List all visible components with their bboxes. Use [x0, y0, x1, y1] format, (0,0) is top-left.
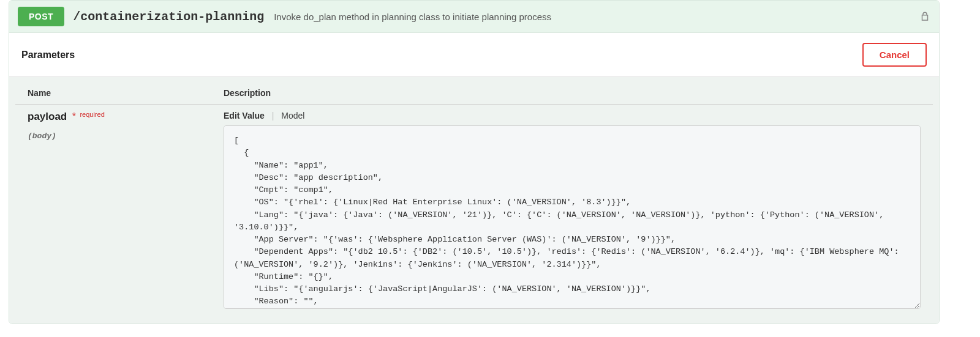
tab-separator: |	[272, 111, 274, 120]
operation-header[interactable]: POST /containerization-planning Invoke d…	[9, 1, 939, 33]
value-tabs: Edit Value | Model	[224, 111, 921, 120]
endpoint-summary: Invoke do_plan method in planning class …	[274, 12, 913, 22]
parameter-row: payload * required (body) Edit Value | M…	[15, 105, 933, 324]
parameters-table-header: Name Description	[15, 77, 933, 105]
parameters-title: Parameters	[21, 50, 75, 61]
parameter-name-cell: payload * required (body)	[28, 111, 224, 311]
parameters-section: Name Description payload * required (bod…	[9, 77, 939, 324]
lock-icon[interactable]	[919, 11, 930, 22]
column-header-description: Description	[224, 88, 921, 98]
http-method-badge: POST	[18, 7, 64, 26]
parameter-name: payload	[28, 111, 67, 122]
parameter-location: (body)	[28, 131, 224, 141]
payload-body-textarea[interactable]	[224, 125, 921, 309]
required-star-icon: *	[72, 111, 76, 122]
column-header-name: Name	[28, 88, 224, 98]
endpoint-path: /containerization-planning	[73, 10, 264, 24]
cancel-button[interactable]: Cancel	[862, 43, 927, 67]
tab-model[interactable]: Model	[281, 111, 304, 120]
operation-block: POST /containerization-planning Invoke d…	[9, 0, 940, 324]
parameter-description-cell: Edit Value | Model	[224, 111, 921, 311]
tab-edit-value[interactable]: Edit Value	[224, 111, 265, 120]
required-label: required	[80, 111, 104, 118]
parameters-bar: Parameters Cancel	[9, 33, 939, 77]
